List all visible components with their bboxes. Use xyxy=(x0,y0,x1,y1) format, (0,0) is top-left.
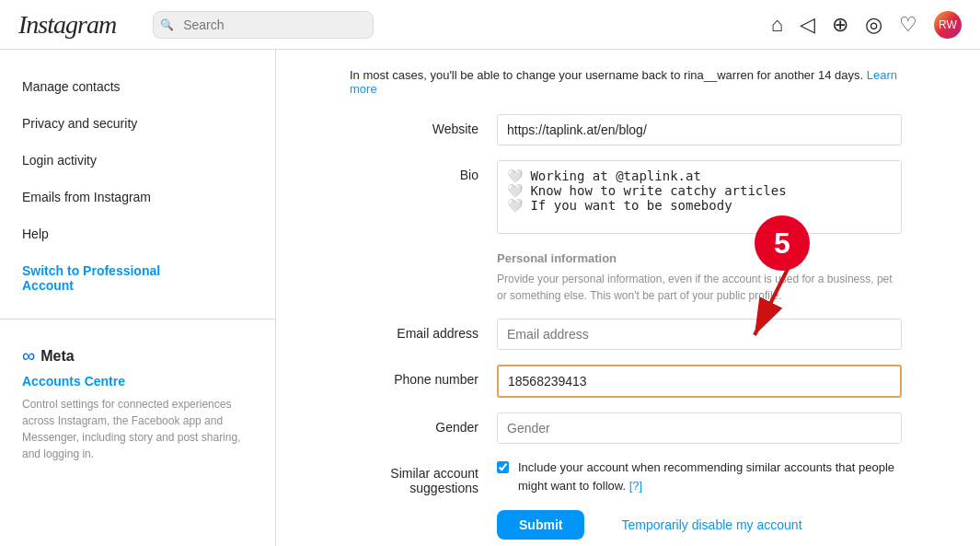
website-input-wrap xyxy=(497,114,902,145)
gender-label: Gender xyxy=(350,412,497,435)
instagram-logo: Instagram xyxy=(18,10,116,40)
similar-accounts-help-link[interactable]: [?] xyxy=(629,479,642,493)
main-layout: Manage contacts Privacy and security Log… xyxy=(0,50,980,546)
website-input[interactable] xyxy=(497,114,902,145)
sidebar-item-login-activity[interactable]: Login activity xyxy=(0,142,275,179)
similar-accounts-row: Similar accountsuggestions Include your … xyxy=(350,459,902,495)
phone-row: Phone number xyxy=(350,365,902,398)
sidebar: Manage contacts Privacy and security Log… xyxy=(0,50,276,546)
username-notice: In most cases, you'll be able to change … xyxy=(350,68,902,96)
similar-accounts-checkbox-row: Include your account when recommending s… xyxy=(497,459,902,494)
personal-info-title: Personal information xyxy=(497,251,902,265)
email-label: Email address xyxy=(350,319,497,341)
sidebar-divider xyxy=(0,319,275,319)
bio-label: Bio xyxy=(350,160,497,182)
website-label: Website xyxy=(350,114,497,136)
home-icon[interactable]: ⌂ xyxy=(771,13,783,37)
accounts-centre-link[interactable]: Accounts Centre xyxy=(22,374,253,389)
search-container xyxy=(153,11,374,39)
similar-accounts-text: Include your account when recommending s… xyxy=(518,459,902,494)
gender-input-wrap xyxy=(497,412,902,444)
phone-input[interactable] xyxy=(497,365,902,398)
top-navbar: Instagram ⌂ ◁ ⊕ ◎ ♡ RW xyxy=(0,0,980,50)
disable-account-button[interactable]: Temporarily disable my account xyxy=(621,510,801,540)
bio-textarea[interactable]: 🤍 Working at @taplink.at 🤍 Know how to w… xyxy=(497,160,902,234)
phone-label: Phone number xyxy=(350,365,497,387)
sidebar-item-help[interactable]: Help xyxy=(0,215,275,252)
gender-input[interactable] xyxy=(497,412,902,444)
nav-icons: ⌂ ◁ ⊕ ◎ ♡ RW xyxy=(771,11,962,39)
similar-accounts-checkbox[interactable] xyxy=(497,461,509,473)
navigation-icon[interactable]: ◁ xyxy=(800,13,815,37)
submit-button[interactable]: Submit xyxy=(497,510,584,540)
main-content: In most cases, you'll be able to change … xyxy=(276,50,975,546)
similar-accounts-wrap: Include your account when recommending s… xyxy=(497,459,902,494)
meta-icon: ∞ xyxy=(22,345,35,366)
avatar[interactable]: RW xyxy=(934,11,962,39)
actions-row: Submit Temporarily disable my account xyxy=(350,510,902,540)
add-icon[interactable]: ⊕ xyxy=(832,13,848,37)
compass-icon[interactable]: ◎ xyxy=(865,13,882,37)
sidebar-item-switch-professional[interactable]: Switch to ProfessionalAccount xyxy=(0,252,275,304)
heart-icon[interactable]: ♡ xyxy=(899,13,917,37)
sidebar-item-emails[interactable]: Emails from Instagram xyxy=(0,179,275,215)
email-input[interactable] xyxy=(497,319,902,350)
meta-label: Meta xyxy=(40,348,74,365)
personal-info-desc: Provide your personal information, even … xyxy=(497,271,902,304)
search-input[interactable] xyxy=(153,11,374,39)
bio-input-wrap: 🤍 Working at @taplink.at 🤍 Know how to w… xyxy=(497,160,902,237)
gender-row: Gender xyxy=(350,412,902,444)
email-input-wrap xyxy=(497,319,902,350)
bio-row: Bio 🤍 Working at @taplink.at 🤍 Know how … xyxy=(350,160,902,237)
phone-input-wrap xyxy=(497,365,902,398)
sidebar-item-manage-contacts[interactable]: Manage contacts xyxy=(0,68,275,105)
meta-logo-row: ∞ Meta xyxy=(22,345,253,366)
sidebar-item-privacy[interactable]: Privacy and security xyxy=(0,105,275,142)
personal-info-section: Personal information Provide your person… xyxy=(350,251,902,304)
similar-accounts-label: Similar accountsuggestions xyxy=(350,459,497,495)
email-row: Email address xyxy=(350,319,902,350)
sidebar-meta: ∞ Meta Accounts Centre Control settings … xyxy=(0,334,275,473)
website-row: Website xyxy=(350,114,902,145)
meta-description: Control settings for connected experienc… xyxy=(22,396,253,462)
